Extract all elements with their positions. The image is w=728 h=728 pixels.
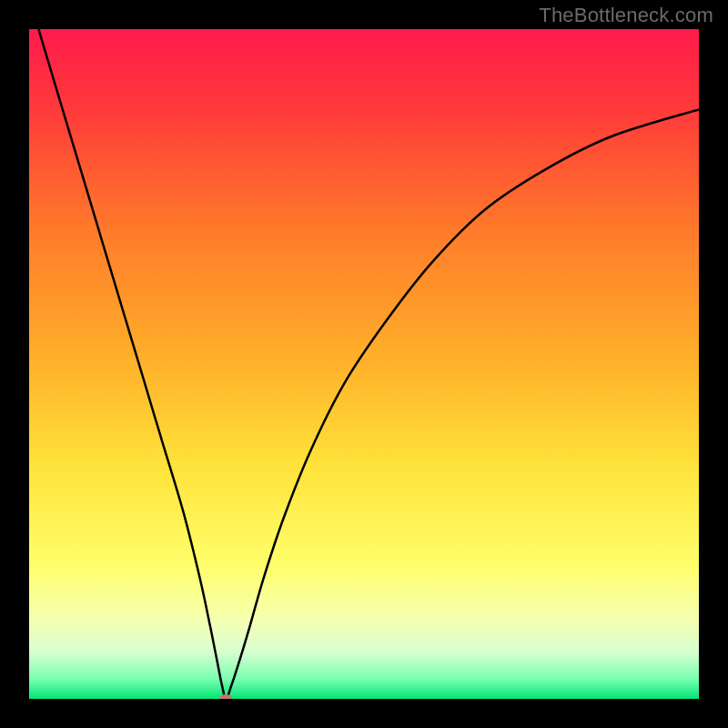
plot-area: [29, 29, 699, 699]
watermark-text: TheBottleneck.com: [539, 4, 713, 27]
bottleneck-curve: [29, 29, 699, 699]
chart-frame: TheBottleneck.com: [0, 0, 728, 728]
optimum-marker: [219, 694, 232, 699]
curve-layer: [29, 29, 699, 699]
